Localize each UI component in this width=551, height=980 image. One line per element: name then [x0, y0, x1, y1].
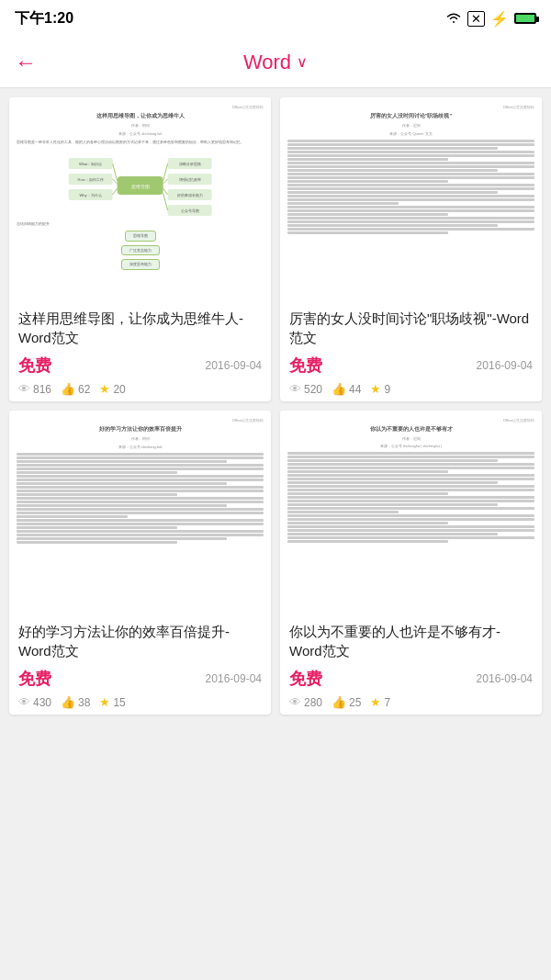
card-preview-3: Office让生活更轻松 好的学习方法让你的效率百倍提升 作者：阿何 来源：公众… [9, 411, 271, 613]
list-item[interactable]: Office让生活更轻松 这样用思维导图，让你成为思维牛人 作者：阿何 来源：公… [9, 97, 271, 401]
content-grid: Office让生活更轻松 这样用思维导图，让你成为思维牛人 作者：阿何 来源：公… [0, 88, 551, 724]
card-info: 你以为不重要的人也许是不够有才-Word范文 免费 2016-09-04 👁 2… [280, 613, 542, 715]
card-date: 2016-09-04 [477, 359, 533, 372]
card-date: 2016-09-04 [477, 672, 533, 685]
battery-icon [514, 13, 536, 24]
eye-icon: 👁 [18, 695, 30, 709]
views-count: 520 [304, 383, 322, 396]
card-stats: 👁 280 👍 25 ★ 7 [289, 695, 533, 709]
stars-stat: ★ 15 [99, 695, 125, 709]
star-icon: ★ [370, 382, 381, 396]
svg-text:Why：为什么: Why：为什么 [80, 193, 102, 197]
svg-text:思维导图: 思维导图 [130, 184, 150, 189]
card-info: 这样用思维导图，让你成为思维牛人-Word范文 免费 2016-09-04 👁 … [9, 299, 271, 401]
stars-stat: ★ 7 [370, 695, 390, 709]
star-icon: ★ [370, 695, 381, 709]
card-preview-4: Office让生活更轻松 你以为不重要的人也许是不够有才 作者：迟到 来源：公众… [280, 411, 542, 613]
svg-line-4 [113, 163, 118, 181]
views-stat: 👁 816 [18, 382, 51, 396]
card-info: 厉害的女人没时间讨论"职场歧视"-Word范文 免费 2016-09-04 👁 … [280, 299, 542, 401]
card-date: 2016-09-04 [206, 359, 262, 372]
stars-count: 7 [384, 696, 390, 709]
card-meta-row: 免费 2016-09-04 [289, 355, 533, 377]
star-icon: ★ [99, 695, 110, 709]
likes-count: 25 [349, 696, 361, 709]
star-icon: ★ [99, 382, 110, 396]
card-tag: 免费 [18, 668, 51, 690]
likes-stat: 👍 25 [332, 695, 361, 709]
card-preview-1: Office让生活更轻松 这样用思维导图，让你成为思维牛人 作者：阿何 来源：公… [9, 97, 271, 299]
flash-icon: ⚡ [490, 10, 509, 28]
likes-count: 62 [78, 383, 90, 396]
svg-text:清晰分析思路: 清晰分析思路 [179, 162, 201, 166]
views-count: 280 [304, 696, 322, 709]
thumbup-icon: 👍 [332, 382, 346, 396]
stars-count: 15 [113, 696, 125, 709]
card-stats: 👁 520 👍 44 ★ 9 [289, 382, 533, 396]
status-bar: 下午1:20 ✕ ⚡ [0, 0, 551, 37]
card-preview-2: Office让生活更轻松 厉害的女人没时间讨论"职场歧视" 作者：迟到 来源：公… [280, 97, 542, 299]
views-count: 816 [33, 383, 51, 396]
likes-stat: 👍 44 [332, 382, 361, 396]
likes-count: 44 [349, 383, 361, 396]
views-stat: 👁 430 [18, 695, 51, 709]
card-stats: 👁 430 👍 38 ★ 15 [18, 695, 262, 709]
card-meta-row: 免费 2016-09-04 [289, 668, 533, 690]
page-title: Word [243, 51, 291, 74]
svg-line-13 [163, 163, 168, 181]
thumbup-icon: 👍 [61, 695, 75, 709]
views-count: 430 [33, 696, 51, 709]
back-button[interactable]: ← [15, 51, 37, 73]
status-time: 下午1:20 [15, 9, 73, 28]
stars-stat: ★ 9 [370, 382, 390, 396]
card-meta-row: 免费 2016-09-04 [18, 355, 262, 377]
likes-count: 38 [78, 696, 90, 709]
card-stats: 👁 816 👍 62 ★ 20 [18, 382, 262, 396]
card-title: 这样用思维导图，让你成为思维牛人-Word范文 [18, 309, 262, 347]
card-info: 好的学习方法让你的效率百倍提升-Word范文 免费 2016-09-04 👁 4… [9, 613, 271, 715]
status-icons: ✕ ⚡ [445, 10, 536, 28]
card-date: 2016-09-04 [206, 672, 262, 685]
wifi-icon [445, 11, 462, 27]
thumbup-icon: 👍 [332, 695, 346, 709]
svg-line-22 [163, 193, 168, 210]
svg-text:公众号导图: 公众号导图 [181, 208, 199, 213]
svg-text:增强记忆效率: 增强记忆效率 [178, 177, 201, 182]
card-tag: 免费 [18, 355, 51, 377]
header-title: Word ∨ [243, 51, 308, 74]
views-stat: 👁 280 [289, 695, 322, 709]
thumbup-icon: 👍 [61, 382, 75, 396]
views-stat: 👁 520 [289, 382, 322, 396]
svg-text:好的事成长能力: 好的事成长能力 [177, 193, 203, 197]
list-item[interactable]: Office让生活更轻松 好的学习方法让你的效率百倍提升 作者：阿何 来源：公众… [9, 411, 271, 715]
list-item[interactable]: Office让生活更轻松 厉害的女人没时间讨论"职场歧视" 作者：迟到 来源：公… [280, 97, 542, 401]
mindmap-diagram: 思维导图 What：知识点 How：如何工作 Why：为什么 清晰分析 [41, 153, 239, 218]
svg-line-10 [113, 188, 118, 195]
eye-icon: 👁 [18, 382, 30, 396]
card-meta-row: 免费 2016-09-04 [18, 668, 262, 690]
card-title: 你以为不重要的人也许是不够有才-Word范文 [289, 622, 533, 660]
svg-text:What：知识点: What：知识点 [79, 162, 102, 166]
svg-text:How：如何工作: How：如何工作 [77, 177, 103, 182]
stars-count: 20 [113, 383, 125, 396]
card-title: 好的学习方法让你的效率百倍提升-Word范文 [18, 622, 262, 660]
x-icon: ✕ [467, 11, 485, 27]
chevron-down-icon[interactable]: ∨ [297, 53, 308, 71]
card-tag: 免费 [289, 668, 322, 690]
stars-count: 9 [384, 383, 390, 396]
card-tag: 免费 [289, 355, 322, 377]
likes-stat: 👍 62 [61, 382, 90, 396]
eye-icon: 👁 [289, 382, 301, 396]
list-item[interactable]: Office让生活更轻松 你以为不重要的人也许是不够有才 作者：迟到 来源：公众… [280, 411, 542, 715]
eye-icon: 👁 [289, 695, 301, 709]
card-title: 厉害的女人没时间讨论"职场歧视"-Word范文 [289, 309, 533, 347]
stars-stat: ★ 20 [99, 382, 125, 396]
header: ← Word ∨ [0, 37, 551, 88]
likes-stat: 👍 38 [61, 695, 90, 709]
